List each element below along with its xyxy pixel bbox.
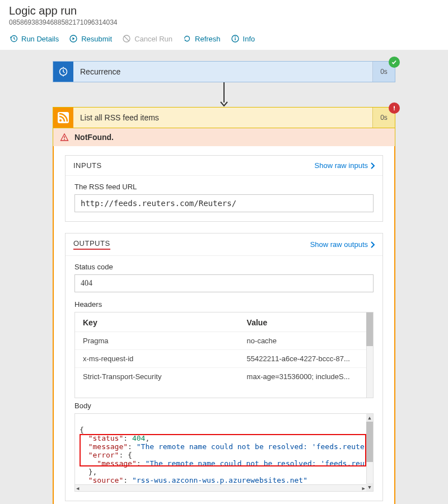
headers-col-value: Value (239, 312, 373, 332)
body-label: Body (74, 402, 374, 410)
recurrence-title: Recurrence (73, 67, 372, 76)
inputs-title: INPUTS (73, 161, 102, 170)
json-value: 404 (132, 434, 145, 442)
connector-arrow (53, 82, 395, 107)
json-value: "The remote name could not be resolved: … (145, 459, 373, 468)
rss-step[interactable]: List all RSS feed items 0s NotFound. INP… (53, 107, 395, 504)
json-key: "status" (88, 434, 124, 442)
scroll-up-icon[interactable]: ▲ (366, 414, 373, 422)
resubmit-label: Resubmit (81, 35, 112, 43)
success-badge (389, 57, 400, 68)
header-key: Strict-Transport-Security (75, 368, 239, 386)
show-raw-inputs-link[interactable]: Show raw inputs (315, 161, 375, 170)
run-details-button[interactable]: Run Details (9, 34, 59, 43)
svg-point-10 (394, 109, 395, 110)
cancel-run-button: Cancel Run (122, 34, 172, 43)
warning-icon (60, 133, 69, 142)
info-label: Info (243, 35, 255, 43)
toolbar: Run Details Resubmit Cancel Run Refresh … (0, 29, 448, 50)
header-value: max-age=31536000; includeS... (239, 368, 373, 386)
json-value: "The remote name could not be resolved: … (137, 442, 374, 451)
headers-table: Key Value Pragmano-cache x-ms-request-id… (74, 312, 374, 398)
info-button[interactable]: Info (231, 34, 255, 43)
error-bar: NotFound. (53, 128, 395, 146)
resubmit-button[interactable]: Resubmit (69, 34, 112, 43)
rss-step-title: List all RSS feed items (73, 113, 372, 122)
refresh-label: Refresh (195, 35, 221, 43)
clock-icon (53, 62, 73, 82)
run-details-label: Run Details (21, 35, 59, 43)
rss-icon (53, 108, 73, 128)
svg-rect-9 (394, 106, 395, 109)
arrow-down-icon (220, 101, 228, 107)
error-badge (389, 102, 400, 114)
json-value: "rss-wus.azconn-wus.p.azurewebsites.net" (132, 476, 307, 484)
rss-url-value[interactable]: http://feeds.reuters.com/Reuters/ (74, 194, 374, 212)
refresh-button[interactable]: Refresh (183, 34, 221, 43)
json-key: "message" (88, 442, 128, 451)
refresh-icon (183, 34, 192, 43)
svg-point-4 (235, 36, 236, 38)
show-raw-inputs-label: Show raw inputs (315, 161, 368, 170)
svg-point-8 (59, 119, 62, 122)
headers-col-key: Key (75, 312, 239, 332)
run-id: 08586938394688582171096314034 (9, 18, 439, 26)
body-viewer[interactable]: { "status": 404, "message": "The remote … (74, 413, 374, 492)
outputs-panel: OUTPUTS Show raw outputs Status code 404… (65, 233, 383, 501)
page-title: Logic app run (9, 4, 439, 17)
resubmit-icon (69, 34, 78, 43)
chevron-right-icon (370, 241, 375, 248)
scrollbar-thumb[interactable] (366, 422, 373, 462)
info-icon (231, 34, 240, 43)
chevron-right-icon (370, 162, 375, 169)
outputs-title: OUTPUTS (73, 239, 110, 250)
error-text: NotFound. (74, 133, 114, 142)
svg-rect-11 (64, 136, 64, 138)
headers-label: Headers (74, 300, 374, 309)
json-key: "source" (88, 476, 124, 484)
status-code-value[interactable]: 404 (74, 274, 374, 292)
scrollbar-horizontal[interactable]: ◀ ▶ (75, 484, 366, 491)
table-row: x-ms-request-id55422211-a6ce-4227-bccc-8… (75, 350, 373, 368)
designer-canvas: Recurrence 0s List all RSS feed items 0s (0, 50, 448, 504)
exclamation-icon (391, 105, 397, 111)
rss-url-label: The RSS feed URL (74, 183, 374, 191)
svg-rect-5 (235, 38, 235, 40)
header-value: 55422211-a6ce-4227-bccc-87... (239, 350, 373, 368)
status-code-label: Status code (74, 263, 374, 271)
scroll-down-icon[interactable]: ▼ (366, 483, 373, 491)
cancel-icon (122, 34, 131, 43)
json-key: "error" (88, 451, 119, 459)
history-icon (9, 34, 18, 43)
header-key: Pragma (75, 332, 239, 350)
check-icon (391, 59, 398, 66)
scrollbar-thumb[interactable] (366, 312, 373, 346)
json-key: "message" (97, 459, 136, 468)
table-row: Strict-Transport-Securitymax-age=3153600… (75, 368, 373, 386)
show-raw-outputs-link[interactable]: Show raw outputs (310, 240, 375, 249)
cancel-run-label: Cancel Run (134, 35, 172, 43)
show-raw-outputs-label: Show raw outputs (310, 240, 368, 249)
header-value: no-cache (239, 332, 373, 350)
inputs-panel: INPUTS Show raw inputs The RSS feed URL … (65, 155, 383, 222)
table-row: Pragmano-cache (75, 332, 373, 350)
svg-point-12 (64, 139, 65, 140)
header-key: x-ms-request-id (75, 350, 239, 368)
recurrence-step[interactable]: Recurrence 0s (53, 61, 395, 82)
